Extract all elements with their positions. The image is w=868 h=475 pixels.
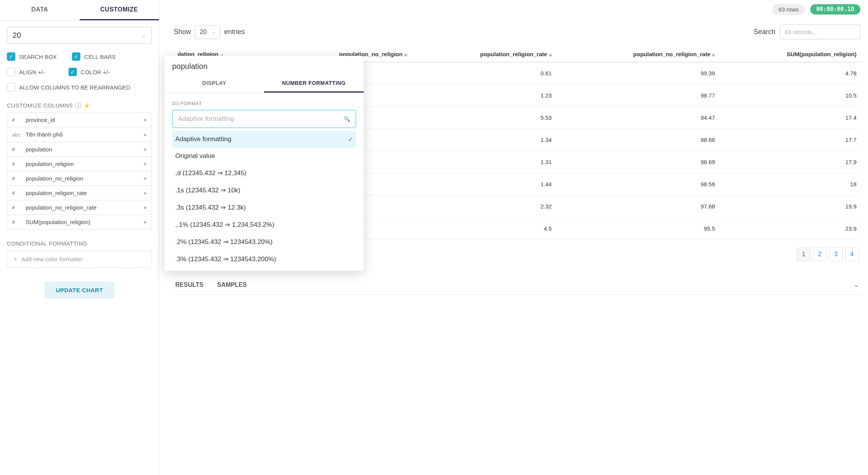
search-label: Search: [754, 28, 775, 36]
column-item[interactable]: # population_no_religion ▶: [7, 171, 152, 186]
label-color-pm: COLOR +/-: [81, 69, 109, 75]
table-header[interactable]: population_religion_rate◆: [411, 46, 556, 62]
entries-select[interactable]: 20 ⌄: [195, 25, 220, 39]
hash-icon: #: [12, 190, 21, 196]
chevron-right-icon: ▶: [144, 117, 147, 122]
chevron-right-icon: ▶: [144, 176, 147, 181]
entries-label: entries: [224, 28, 245, 36]
hash-icon: #: [12, 146, 21, 152]
checkbox-align-pm[interactable]: [7, 68, 15, 76]
rows-badge: 63 rows: [772, 4, 805, 15]
chevron-down-icon[interactable]: ⌄: [854, 281, 859, 288]
page-3-button[interactable]: 3: [829, 247, 843, 261]
format-option[interactable]: ,d (12345.432 ⇒ 12,345): [172, 164, 356, 182]
checkbox-search-box[interactable]: ✓: [7, 52, 15, 61]
label-search-box: SEARCH BOX: [19, 54, 57, 60]
d3-format-select[interactable]: 🔍: [172, 110, 356, 128]
format-option[interactable]: .2% (12345.432 ⇒ 1234543.20%): [172, 233, 356, 251]
popover-title: population: [165, 56, 364, 75]
d3-format-options: Adaptive formatting ✓ Original value ,d …: [172, 131, 356, 268]
results-tab[interactable]: RESULTS: [175, 281, 203, 288]
column-item[interactable]: # population_religion_rate ▶: [7, 186, 152, 200]
page-length-value: 20: [13, 31, 21, 40]
samples-tab[interactable]: SAMPLES: [217, 281, 246, 288]
column-name: population_religion_rate: [26, 190, 139, 196]
customize-columns-heading: CUSTOMIZE COLUMNS: [7, 102, 73, 109]
sort-icon: ◆: [712, 52, 715, 57]
d3-format-input[interactable]: [178, 115, 344, 123]
column-name: population_no_religion: [26, 175, 139, 182]
abc-icon: abc: [12, 132, 21, 138]
plus-icon: ＋: [13, 255, 18, 263]
format-option[interactable]: .1s (12345.432 ⇒ 10k): [172, 182, 356, 199]
column-config-popover: population DISPLAY NUMBER FORMATTING D3 …: [165, 56, 364, 271]
chevron-right-icon: ▶: [144, 161, 147, 166]
column-name: population_religion: [26, 161, 139, 167]
hash-icon: #: [12, 176, 21, 181]
column-item[interactable]: # population_religion ▶: [7, 157, 152, 171]
column-name: SUM(population_religion): [26, 219, 139, 225]
sort-icon: ◆: [549, 52, 552, 57]
d3-format-label: D3 FORMAT: [172, 101, 356, 106]
checkbox-color-pm[interactable]: ✓: [69, 68, 77, 76]
format-option[interactable]: .3s (12345.432 ⇒ 12.3k): [172, 199, 356, 216]
label-allow-rearrange: ALLOW COLUMNS TO BE REARRANGED: [19, 84, 130, 91]
search-input[interactable]: [780, 24, 860, 39]
chevron-down-icon: ⌄: [212, 29, 215, 34]
page-2-button[interactable]: 2: [813, 247, 827, 261]
add-color-formatter-button[interactable]: ＋ Add new color formatter: [7, 251, 152, 268]
add-formatter-label: Add new color formatter: [21, 256, 82, 262]
chevron-right-icon: ▶: [144, 190, 147, 195]
popover-tab-display[interactable]: DISPLAY: [165, 75, 264, 93]
chevron-right-icon: ▶: [144, 205, 147, 210]
table-header[interactable]: population_no_religion_rate◆: [556, 46, 719, 62]
chevron-right-icon: ▶: [144, 132, 147, 137]
hash-icon: #: [12, 117, 21, 123]
popover-tab-number-formatting[interactable]: NUMBER FORMATTING: [264, 75, 364, 93]
column-name: province_id: [26, 117, 139, 123]
checkbox-cell-bars[interactable]: ✓: [72, 52, 80, 61]
format-option[interactable]: .3% (12345.432 ⇒ 1234543.200%): [172, 251, 356, 268]
search-icon: 🔍: [344, 116, 350, 122]
columns-list: # province_id ▶ abc Tên thành phố ▶ # po…: [7, 112, 152, 229]
format-option[interactable]: ,.1% (12345.432 ⇒ 1,234,543.2%): [172, 216, 356, 233]
show-label: Show: [174, 28, 191, 36]
sidebar: DATA CUSTOMIZE 20 ⌄ ✓ SEARCH BOX ✓ CELL …: [0, 0, 159, 475]
hash-icon: #: [12, 219, 21, 225]
chevron-right-icon: ▶: [144, 220, 147, 224]
format-option[interactable]: Original value: [172, 148, 356, 164]
table-header[interactable]: SUM(population_religion): [719, 46, 860, 62]
column-item[interactable]: # population_no_religion_rate ▶: [7, 200, 152, 215]
info-icon: i: [75, 102, 81, 109]
tab-customize[interactable]: CUSTOMIZE: [80, 0, 159, 20]
column-name: population: [26, 146, 139, 153]
format-option[interactable]: Adaptive formatting ✓: [172, 131, 356, 148]
column-item[interactable]: abc Tên thành phố ▶: [7, 127, 152, 142]
column-name: Tên thành phố: [26, 131, 139, 138]
check-icon: ✓: [348, 136, 353, 143]
tab-data[interactable]: DATA: [0, 0, 80, 20]
checkbox-allow-rearrange[interactable]: [7, 83, 15, 91]
chevron-down-icon: ⌄: [142, 33, 146, 39]
page-4-button[interactable]: 4: [845, 247, 859, 261]
page-length-select[interactable]: 20 ⌄: [7, 27, 152, 44]
entries-value: 20: [200, 29, 207, 36]
column-item[interactable]: # SUM(population_religion) ▶: [7, 215, 152, 229]
page-1-button[interactable]: 1: [797, 247, 811, 261]
chevron-right-icon: ▶: [144, 147, 147, 152]
hash-icon: #: [12, 205, 21, 210]
label-align-pm: ALIGN +/-: [19, 69, 45, 75]
label-cell-bars: CELL BARS: [84, 54, 116, 60]
sort-icon: ◆: [404, 52, 407, 57]
update-chart-button[interactable]: UPDATE CHART: [44, 281, 114, 299]
column-item[interactable]: # population ▶: [7, 142, 152, 157]
column-item[interactable]: # province_id ▶: [7, 113, 152, 127]
query-time-badge: 00:00:00.10: [810, 4, 860, 15]
conditional-formatting-heading: CONDITIONAL FORMATTING: [7, 240, 88, 247]
column-name: population_no_religion_rate: [26, 204, 139, 211]
bolt-icon: ⚡: [83, 102, 90, 109]
hash-icon: #: [12, 161, 21, 167]
